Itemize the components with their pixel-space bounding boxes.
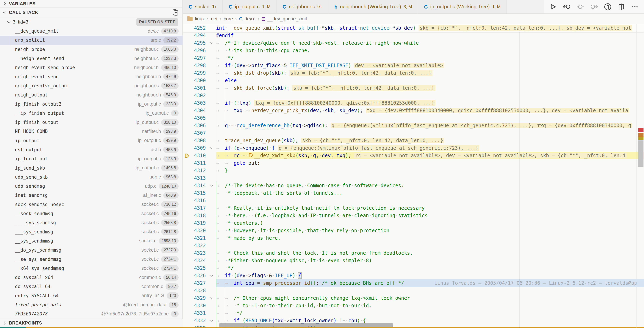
code-line-4294[interactable]: 4294#endif [183, 32, 644, 39]
callstack-frame-ip_finish_output2[interactable]: ip_finish_output2ip_output.c238:9 [0, 99, 182, 108]
editor-gutter[interactable]: 4318 [183, 212, 216, 219]
callstack-frame-neigh_output[interactable]: neigh_outputneighbour.h545:9 [0, 90, 182, 99]
step-forward-icon[interactable] [590, 3, 598, 11]
callstack-frame-___sys_sendmsg[interactable]: ___sys_sendmsgsocket.c2612:8 [0, 227, 182, 236]
callstack-frame-entry_SYSCALL_64[interactable]: entry_SYSCALL_64entry_64.S120 [0, 291, 182, 300]
callstack-frame-NF_HOOK_COND[interactable]: NF_HOOK_CONDnetfilter.h293:9 [0, 127, 182, 136]
code-line-4299[interactable]: 4299→→skb_dst_drop(skb);skb = {cb:"*", _… [183, 69, 644, 77]
vertical-scrollbar-thumb[interactable] [638, 140, 644, 167]
code-line-4330[interactable]: 4330→→·*·to·-1·or·to·their·cpu·id,·but·n… [183, 302, 644, 309]
more-actions-icon[interactable] [631, 3, 639, 11]
callstack-frame-ip_send_skb[interactable]: ip_send_skbip_output.c1496:8 [0, 163, 182, 172]
code-line-4318[interactable]: 4318→·*·here.··(f.e.·loopback·and·IP·tun… [183, 212, 644, 219]
code-line-4302[interactable]: 4302 [183, 92, 644, 99]
editor-gutter[interactable]: 4327 [183, 279, 216, 287]
editor-gutter[interactable]: 4326 [183, 272, 216, 279]
editor-gutter[interactable]: 4331 [183, 309, 216, 317]
fold-column[interactable] [207, 42, 216, 44]
tab-ip_output.c (Working Tree)[interactable]: Cip_output.c (Working Tree)1, M [418, 0, 507, 14]
fold-chevron-icon[interactable] [210, 41, 213, 44]
fold-column[interactable] [207, 184, 216, 187]
editor-gutter[interactable]: 4313 [183, 174, 216, 182]
editor-gutter[interactable]: 4311 [183, 159, 216, 167]
callstack-frame-__do_sys_sendmmsg[interactable]: __do_sys_sendmmsgsocket.c2727:9 [0, 245, 182, 255]
editor-gutter[interactable]: 4304 [183, 107, 216, 114]
code-line-4315[interactable]: 4315→·*·loopback,·all·the·sorts·of·tunne… [183, 189, 644, 197]
code-line-4296[interactable]: 4296→·*·its·hot·in·this·cpu·cache. [183, 47, 644, 54]
code-line-4310[interactable]: 4310→→rc·=·__dev_xmit_skb(skb,·q,·dev,·t… [183, 152, 644, 159]
code-line-4313[interactable]: 4313 [183, 174, 644, 182]
callstack-frame-do_syscall_x64[interactable]: do_syscall_x64common.c50:14 [0, 273, 182, 282]
overview-ruler[interactable] [636, 24, 644, 328]
editor-gutter[interactable]: 4322 [183, 242, 216, 249]
editor-gutter[interactable]: 4303 [183, 99, 216, 107]
editor-gutter[interactable]: 4328 [183, 287, 216, 294]
code-line-4314[interactable]: 4314→/*·The·device·has·no·queue.·Common·… [183, 182, 644, 189]
editor-gutter[interactable]: 4307 [183, 129, 216, 137]
code-line-4323[interactable]: 4323→·*·Check·this·and·shot·the·lock.·It… [183, 249, 644, 257]
code-line-4326[interactable]: 4326→if·(dev->flags·&·IFF_UP)·{ [183, 272, 644, 279]
editor-gutter[interactable]: 4325 [183, 264, 216, 272]
tab-neighbour.h (Working Tree)[interactable]: hneighbour.h (Working Tree)3, M [328, 0, 418, 14]
callstack-frame-do_syscall_64[interactable]: do_syscall_64common.c80:7 [0, 282, 182, 291]
editor-gutter[interactable]: 4308 [183, 137, 216, 144]
breakpoints-section-header[interactable]: BREAKPOINTS [0, 319, 182, 327]
callstack-frame-neigh_resolve_output[interactable]: neigh_resolve_outputneighbour.c1538:7 [0, 81, 182, 90]
editor-gutter[interactable]: 4301 [183, 84, 216, 92]
timeline-icon[interactable] [604, 3, 612, 11]
editor-gutter[interactable]: 4329 [183, 294, 216, 302]
fold-column[interactable] [207, 147, 216, 149]
callstack-frame-__sock_sendmsg[interactable]: __sock_sendmsgsocket.c745:16 [0, 209, 182, 218]
fold-chevron-icon[interactable] [210, 146, 213, 149]
callstack-frame-neigh_event_send[interactable]: neigh_event_sendneighbour.h472:9 [0, 72, 182, 81]
tab-neighbour.c[interactable]: Cneighbour.c9+ [277, 0, 328, 14]
code-line-4298[interactable]: 4298→if·(dev->priv_flags·&·IFF_XMIT_DST_… [183, 62, 644, 69]
editor-gutter[interactable]: 4324 [183, 257, 216, 264]
horizontal-scrollbar-thumb[interactable] [219, 323, 393, 327]
editor-gutter[interactable]: 4332 [183, 317, 216, 324]
editor-gutter[interactable]: 4323 [183, 249, 216, 257]
code-line-4331[interactable]: 4331→→·*/ [183, 309, 644, 317]
callstack-frame-ip_local_out[interactable]: ip_local_outip_output.c128:9 [0, 154, 182, 163]
code-line-4329[interactable]: 4329→→/*·Other·cpus·might·concurrently·c… [183, 294, 644, 302]
callstack-frame-__se_sys_sendmmsg[interactable]: __se_sys_sendmmsgsocket.c2724:1 [0, 255, 182, 264]
editor-gutter[interactable]: 4320 [183, 227, 216, 234]
code-line-4322[interactable]: 4322 [183, 242, 644, 249]
callstack-frame-arp_solicit[interactable]: arp_solicitarp.c392:2 [0, 36, 182, 45]
code-line-4311[interactable]: 4311→→goto·out; [183, 159, 644, 167]
thread-row[interactable]: 3: tid=3 PAUSED ON STEP [0, 18, 182, 27]
code-line-4308[interactable]: 4308→trace_net_dev_queue(skb);skb = {cb:… [183, 137, 644, 144]
callstack-frame-__dev_queue_xmit[interactable]: __dev_queue_xmitdev.c4310:8 [0, 27, 182, 36]
callstack-frame-sock_sendmsg_nosec[interactable]: sock_sendmsg_nosecsocket.c730:12 [0, 200, 182, 209]
breadcrumb-item-__dev_queue_xmit[interactable]: __dev_queue_xmit [267, 16, 307, 22]
breadcrumb-item-core[interactable]: core [224, 16, 233, 22]
editor-gutter[interactable]: 4315 [183, 189, 216, 197]
editor-gutter[interactable]: 4299 [183, 69, 216, 77]
code-line-4317[interactable]: 4317→·*·Really,·it·is·unlikely·that·neti… [183, 204, 644, 212]
editor-gutter[interactable]: 4321 [183, 234, 216, 242]
code-line-4300[interactable]: 4300→else [183, 77, 644, 84]
callstack-frame-inet_sendmsg[interactable]: inet_sendmsgaf_inet.c840:9 [0, 191, 182, 200]
editor-gutter[interactable]: 4297 [183, 54, 216, 62]
callstack-frame-dst_output[interactable]: dst_outputdst.h458:9 [0, 145, 182, 154]
code-line-4316[interactable]: 4316 [183, 197, 644, 204]
reverse-continue-icon[interactable] [576, 3, 584, 11]
editor-gutter[interactable]: 4319 [183, 219, 216, 227]
editor-gutter[interactable]: 4306 [183, 122, 216, 129]
callstack-frame-__ip_finish_output[interactable]: __ip_finish_outputip_output.c0 [0, 109, 182, 118]
fold-column[interactable] [207, 297, 216, 299]
code-line-4328[interactable]: 4328 [183, 287, 644, 294]
code-line-4295[interactable]: 4295→/*·If·device/qdisc·don't·need·skb->… [183, 39, 644, 47]
code-line-4319[interactable]: 4319→·*·counters.) [183, 219, 644, 227]
editor-gutter[interactable]: 4300 [183, 77, 216, 84]
callstack-frame-fixed_percpu_data[interactable]: fixed_percpu_data@fixed_percpu_data18 [0, 300, 182, 309]
editor-gutter[interactable]: 4294 [183, 32, 216, 39]
code-line-4304[interactable]: 4304→→txq·=·netdev_core_pick_tx(dev,·skb… [183, 107, 644, 114]
callstack-frame-ip_finish_output[interactable]: ip_finish_outputip_output.c328:10 [0, 118, 182, 127]
code-line-4320[interactable]: 4320→·*·However,·it·is·possible,·that·th… [183, 227, 644, 234]
fold-chevron-icon[interactable] [210, 319, 213, 322]
breadcrumb[interactable]: linux›net›core›Cdev.c›__dev_queue_xmit [183, 14, 644, 24]
sticky-scroll-line[interactable]: 4252int·__dev_queue_xmit(struct·sk_buff·… [183, 24, 644, 32]
callstack-frame-__x64_sys_sendmmsg[interactable]: __x64_sys_sendmmsgsocket.c2724:1 [0, 264, 182, 273]
step-back-icon[interactable] [562, 3, 570, 11]
